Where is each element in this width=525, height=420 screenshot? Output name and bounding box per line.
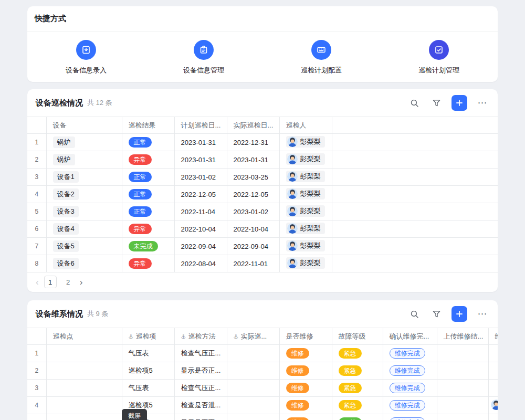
worker-cell[interactable] bbox=[488, 414, 498, 420]
actual-date-cell[interactable]: 2022-10-04 bbox=[227, 220, 279, 238]
col-item[interactable]: ⚓巡检项 bbox=[122, 328, 174, 345]
inspector-cell[interactable]: 彭梨梨 bbox=[279, 220, 332, 238]
plan-date-cell[interactable]: 2022-12-05 bbox=[174, 186, 227, 203]
table-row[interactable]: 7 设备5 未完成 2022-09-04 2022-09-04 彭梨梨 bbox=[27, 238, 498, 255]
filter-icon[interactable] bbox=[429, 307, 443, 321]
inspector-cell[interactable]: 彭梨梨 bbox=[279, 255, 332, 272]
repair-cell[interactable]: 维修 bbox=[279, 362, 332, 380]
col-repair[interactable]: 是否维修 bbox=[279, 328, 332, 345]
more-options-icon[interactable]: ⋯ bbox=[476, 307, 489, 321]
plan-date-cell[interactable]: 2023-01-31 bbox=[174, 151, 227, 169]
point-cell[interactable] bbox=[46, 362, 122, 380]
add-record-button[interactable] bbox=[452, 306, 467, 322]
actual-cell[interactable] bbox=[227, 397, 279, 414]
page-2-button[interactable]: 2 bbox=[62, 276, 75, 288]
actual-cell[interactable] bbox=[227, 414, 279, 420]
inspector-cell[interactable]: 彭梨梨 bbox=[279, 203, 332, 220]
result-cell[interactable]: 正常 bbox=[122, 186, 174, 203]
device-cell[interactable]: 设备1 bbox=[46, 169, 122, 186]
upload-cell[interactable] bbox=[437, 414, 488, 420]
table-row[interactable]: 4 巡检项5 检查是否泄... 维修 紧急 维修完成 bbox=[27, 397, 498, 414]
repair-cell[interactable]: 维修 bbox=[279, 414, 332, 420]
plan-date-cell[interactable]: 2023-01-31 bbox=[174, 134, 227, 151]
plan-date-cell[interactable]: 2023-01-02 bbox=[174, 169, 227, 186]
result-cell[interactable]: 未完成 bbox=[122, 238, 174, 255]
search-icon[interactable] bbox=[407, 96, 421, 110]
confirm-cell[interactable]: 维修完成 bbox=[383, 397, 437, 414]
actual-date-cell[interactable]: 2022-12-05 bbox=[227, 186, 279, 203]
col-plan-date[interactable]: 计划巡检日... bbox=[174, 117, 227, 134]
repair-cell[interactable]: 维修 bbox=[279, 345, 332, 362]
table-row[interactable]: 4 设备2 正常 2022-12-05 2022-12-05 彭梨梨 bbox=[27, 186, 498, 203]
device-cell[interactable]: 锅炉 bbox=[46, 151, 122, 169]
item-cell[interactable]: 气压表 bbox=[122, 345, 174, 362]
col-level[interactable]: 故障等级 bbox=[332, 328, 383, 345]
actual-date-cell[interactable]: 2023-01-02 bbox=[227, 203, 279, 220]
result-cell[interactable]: 正常 bbox=[122, 203, 174, 220]
level-cell[interactable]: 一般 bbox=[332, 414, 383, 420]
point-cell[interactable] bbox=[46, 397, 122, 414]
worker-cell[interactable] bbox=[488, 345, 498, 362]
table-row[interactable]: 2 锅炉 异常 2023-01-31 2023-01-31 彭梨梨 bbox=[27, 151, 498, 169]
filter-icon[interactable] bbox=[429, 96, 443, 110]
device-cell[interactable]: 设备5 bbox=[46, 238, 122, 255]
prev-page-button[interactable]: ‹ bbox=[36, 278, 39, 287]
device-cell[interactable]: 设备3 bbox=[46, 203, 122, 220]
point-cell[interactable] bbox=[46, 380, 122, 397]
point-cell[interactable] bbox=[46, 414, 122, 420]
table-row[interactable]: 2 巡检项5 显示是否正... 维修 紧急 维修完成 bbox=[27, 362, 498, 380]
item-cell[interactable]: 气压表 bbox=[122, 380, 174, 397]
method-cell[interactable]: 检查气压正... bbox=[174, 380, 227, 397]
shortcut-plan-config[interactable]: 巡检计划配置 bbox=[262, 40, 380, 75]
plan-date-cell[interactable]: 2022-08-04 bbox=[174, 255, 227, 272]
method-cell[interactable]: 显示是否正... bbox=[174, 414, 227, 420]
shortcut-plan-manage[interactable]: 巡检计划管理 bbox=[380, 40, 498, 75]
table-row[interactable]: 6 设备4 异常 2022-10-04 2022-10-04 彭梨梨 bbox=[27, 220, 498, 238]
actual-cell[interactable] bbox=[227, 345, 279, 362]
col-device[interactable]: 设备 bbox=[46, 117, 122, 134]
level-cell[interactable]: 紧急 bbox=[332, 397, 383, 414]
upload-cell[interactable] bbox=[437, 397, 488, 414]
shortcut-device-entry[interactable]: 设备信息录入 bbox=[27, 40, 145, 75]
method-cell[interactable]: 检查是否泄... bbox=[174, 397, 227, 414]
repair-cell[interactable]: 维修 bbox=[279, 397, 332, 414]
worker-cell[interactable] bbox=[488, 397, 498, 414]
inspector-cell[interactable]: 彭梨梨 bbox=[279, 186, 332, 203]
col-upload[interactable]: 上传维修结... bbox=[437, 328, 488, 345]
actual-date-cell[interactable]: 2023-01-31 bbox=[227, 151, 279, 169]
upload-cell[interactable] bbox=[437, 362, 488, 380]
actual-cell[interactable] bbox=[227, 362, 279, 380]
method-cell[interactable]: 检查气压正... bbox=[174, 345, 227, 362]
more-options-icon[interactable]: ⋯ bbox=[476, 96, 489, 110]
inspector-cell[interactable]: 彭梨梨 bbox=[279, 134, 332, 151]
shortcut-device-manage[interactable]: 设备信息管理 bbox=[145, 40, 262, 75]
col-actual[interactable]: ⚓实际巡... bbox=[227, 328, 279, 345]
col-point[interactable]: 巡检点 bbox=[46, 328, 122, 345]
col-actual-date[interactable]: 实际巡检日... bbox=[227, 117, 279, 134]
level-cell[interactable]: 紧急 bbox=[332, 362, 383, 380]
actual-date-cell[interactable]: 2022-11-01 bbox=[227, 255, 279, 272]
repair-cell[interactable]: 维修 bbox=[279, 380, 332, 397]
actual-date-cell[interactable]: 2022-09-04 bbox=[227, 238, 279, 255]
method-cell[interactable]: 显示是否正... bbox=[174, 362, 227, 380]
worker-cell[interactable] bbox=[488, 380, 498, 397]
worker-cell[interactable] bbox=[488, 362, 498, 380]
col-method[interactable]: ⚓巡检方法 bbox=[174, 328, 227, 345]
table-row[interactable]: 1 气压表 检查气压正... 维修 紧急 维修完成 bbox=[27, 345, 498, 362]
col-result[interactable]: 巡检结果 bbox=[122, 117, 174, 134]
upload-cell[interactable] bbox=[437, 345, 488, 362]
level-cell[interactable]: 紧急 bbox=[332, 345, 383, 362]
table-row[interactable]: 5 设备3 正常 2022-11-04 2023-01-02 彭梨梨 bbox=[27, 203, 498, 220]
confirm-cell[interactable]: 维修完成 bbox=[383, 414, 437, 420]
device-cell[interactable]: 设备6 bbox=[46, 255, 122, 272]
next-page-button[interactable]: › bbox=[80, 278, 83, 287]
inspector-cell[interactable]: 彭梨梨 bbox=[279, 238, 332, 255]
point-cell[interactable] bbox=[46, 345, 122, 362]
result-cell[interactable]: 正常 bbox=[122, 134, 174, 151]
result-cell[interactable]: 正常 bbox=[122, 169, 174, 186]
page-1-button[interactable]: 1 bbox=[44, 276, 57, 288]
plan-date-cell[interactable]: 2022-11-04 bbox=[174, 203, 227, 220]
upload-cell[interactable] bbox=[437, 380, 488, 397]
actual-date-cell[interactable]: 2023-03-25 bbox=[227, 169, 279, 186]
level-cell[interactable]: 紧急 bbox=[332, 380, 383, 397]
